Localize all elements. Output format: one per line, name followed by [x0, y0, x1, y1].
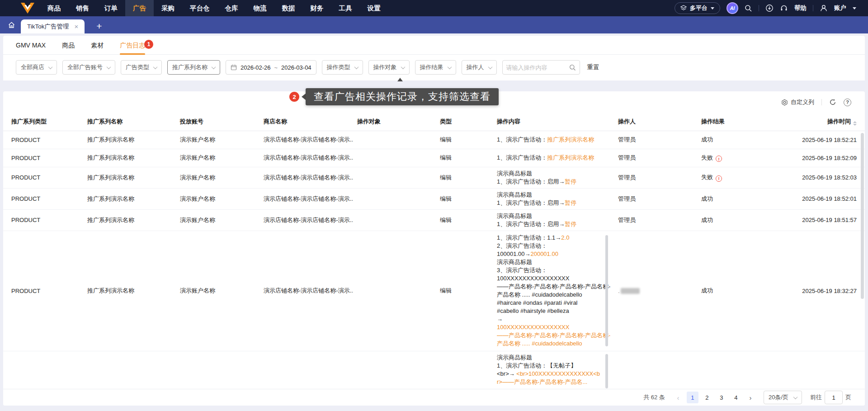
vertical-scrollbar[interactable] — [861, 133, 864, 299]
error-icon[interactable]: ! — [716, 175, 722, 182]
cell-time — [798, 351, 865, 390]
nav-item-平台仓[interactable]: 平台仓 — [182, 0, 217, 16]
nav-item-工具[interactable]: 工具 — [331, 0, 360, 16]
subtab-GMV MAX[interactable]: GMV MAX — [16, 36, 46, 55]
filter-shop[interactable]: 全部商店 — [16, 60, 57, 75]
filter-op-type[interactable]: 操作类型 — [322, 60, 363, 75]
filter-campaign-name[interactable]: 推广系列名称 — [167, 60, 220, 75]
cell-type: PRODUCT — [3, 149, 84, 167]
cell-result: 成功 — [698, 131, 798, 149]
column-header-投放账号: 投放账号 — [176, 113, 260, 131]
nav-item-仓库[interactable]: 仓库 — [217, 0, 246, 16]
sort-icon[interactable] — [853, 121, 857, 126]
content-link[interactable]: r>——产品名称-产品名称-产品名... — [497, 378, 587, 385]
nav-item-设置[interactable]: 设置 — [360, 0, 388, 16]
cell-scrollbar[interactable] — [605, 354, 608, 388]
tooltip-text: 查看广告相关操作记录，支持筛选查看 — [306, 88, 499, 105]
filter-op-target[interactable]: 操作对象 — [368, 60, 410, 75]
app-logo[interactable] — [19, 2, 36, 14]
nav-item-销售[interactable]: 销售 — [68, 0, 97, 16]
content-link[interactable]: 暂停 — [565, 178, 576, 185]
account-menu[interactable]: 账户 — [834, 4, 846, 12]
cell-operator: 管理员 — [614, 131, 698, 149]
nav-item-财务[interactable]: 财务 — [303, 0, 331, 16]
search-input[interactable] — [506, 64, 569, 71]
content-link[interactable]: 2.0 — [561, 234, 569, 241]
nav-item-广告[interactable]: 广告 — [125, 0, 154, 16]
cell-kind: 编辑 — [436, 188, 493, 209]
cell-name: 推广系列演示名称 — [84, 231, 176, 351]
home-tab-button[interactable] — [4, 16, 19, 33]
headset-icon[interactable] — [780, 4, 788, 12]
content-link[interactable]: 200001.00 — [530, 250, 558, 257]
user-icon[interactable] — [820, 4, 828, 12]
subtab-商品[interactable]: 商品 — [62, 36, 75, 55]
error-icon[interactable]: ! — [716, 156, 722, 162]
content-line: ——产品名称-产品名称-产品名称-产品名称- — [497, 331, 611, 340]
help-icon[interactable]: ? — [844, 99, 851, 106]
nav-item-订单[interactable]: 订单 — [97, 0, 125, 16]
result-text: 成功 — [701, 217, 713, 223]
goto-page-input[interactable] — [825, 391, 843, 404]
content-link[interactable]: ——产品名称-产品名称-产品名称-产品名称- — [497, 332, 610, 339]
table-row: PRODUCT推广系列演示名称演示账户名称演示店铺名称-演示店铺名称-演示...… — [3, 131, 865, 149]
content-link[interactable]: 暂停 — [565, 199, 576, 206]
cell-account: 演示账户名称 — [176, 188, 260, 209]
subtabs: GMV MAX商品素材广告日志 — [3, 36, 865, 55]
goto-label: 前往 — [810, 393, 822, 402]
content-text: 1、演示广告活动：启用→ — [497, 199, 565, 206]
ai-assistant-button[interactable]: AI — [726, 2, 738, 14]
platform-switcher[interactable]: 多平台 — [675, 2, 720, 14]
help-link[interactable]: 帮助 — [794, 4, 807, 12]
tab-tiktok-ad-management[interactable]: TikTok广告管理 × — [21, 19, 85, 33]
nav-item-采购[interactable]: 采购 — [154, 0, 182, 16]
cell-operator: 管理员 — [614, 188, 698, 209]
content-link[interactable]: 推广系列演示名称 — [547, 136, 594, 143]
chevron-down-icon — [153, 65, 158, 69]
filter-operator[interactable]: 操作人 — [462, 60, 497, 75]
prev-page-button[interactable]: ‹ — [672, 392, 684, 403]
content-text: 100XXXXXXXXXXXXXXXX — [497, 275, 569, 282]
search-icon[interactable] — [569, 64, 576, 71]
customize-columns-button[interactable]: 自定义列 — [781, 98, 814, 106]
add-tab-button[interactable]: + — [96, 21, 102, 31]
cell-kind: 编辑 — [436, 131, 493, 149]
nav-item-商品[interactable]: 商品 — [40, 0, 68, 16]
cell-scrollbar[interactable] — [605, 235, 608, 346]
content-link[interactable]: 产品名称 ..... #cuidadodelcabello — [497, 340, 582, 347]
cell-account: 演示账户名称 — [176, 231, 260, 351]
content-link[interactable]: <br>100XXXXXXXXXXXXXX<b — [516, 370, 600, 377]
filter-ad-account[interactable]: 全部广告账号 — [62, 60, 115, 75]
collapse-filter-arrow-icon[interactable] — [397, 78, 403, 81]
content-link[interactable]: 推广系列演示名称 — [547, 154, 594, 161]
cell-target — [354, 188, 436, 209]
page-button-1[interactable]: 1 — [687, 392, 698, 403]
subtab-素材[interactable]: 素材 — [91, 36, 104, 55]
page-size-select[interactable]: 20条/页 — [764, 391, 802, 404]
page-button-3[interactable]: 3 — [716, 392, 727, 403]
cell-result: 成功 — [698, 188, 798, 209]
search-icon[interactable] — [745, 5, 752, 12]
content-link[interactable]: 暂停 — [565, 221, 576, 227]
content-link[interactable]: 100XXXXXXXXXXXXXXXX — [497, 324, 569, 331]
download-icon[interactable] — [765, 4, 774, 12]
page-button-4[interactable]: 4 — [730, 392, 742, 403]
log-table-card: 自定义列 ? 推广系列类型推广系列名称投放账号商店名称操作对象类型操作内容操作人… — [3, 91, 865, 406]
operation-content: 演示商品标题1、演示广告活动：【无帖子】<br>→ <br>100XXXXXXX… — [497, 351, 611, 388]
reset-button[interactable]: 重置 — [587, 63, 599, 71]
close-icon[interactable]: × — [75, 23, 79, 30]
next-page-button[interactable]: › — [745, 392, 756, 403]
refresh-icon[interactable] — [829, 99, 836, 106]
nav-item-物流[interactable]: 物流 — [246, 0, 274, 16]
content-line: 3、演示广告活动： — [497, 266, 611, 274]
filter-date-range[interactable]: 2026-02-26 ~ 2026-03-04 — [226, 60, 316, 75]
cell-account: 演示账户名称 — [176, 167, 260, 188]
filter-ad-type[interactable]: 广告类型 — [121, 60, 162, 75]
subtab-广告日志[interactable]: 广告日志 — [120, 36, 145, 55]
page-button-2[interactable]: 2 — [701, 392, 713, 403]
nav-item-数据[interactable]: 数据 — [274, 0, 303, 16]
column-header-类型: 类型 — [436, 113, 493, 131]
cell-content-wrap: 演示商品标题1、演示广告活动：【无帖子】<br>→ <br>100XXXXXXX… — [493, 351, 614, 390]
filter-op-result[interactable]: 操作结果 — [415, 60, 456, 75]
content-text: 演示商品标题 — [497, 213, 532, 219]
